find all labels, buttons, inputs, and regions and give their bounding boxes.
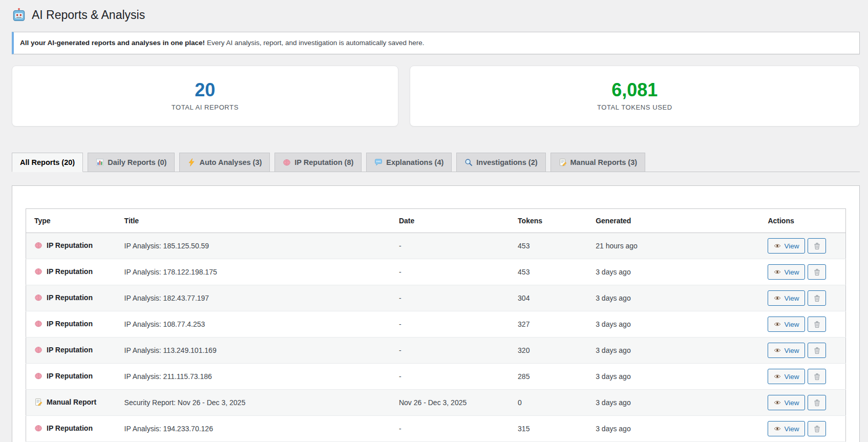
robot-icon xyxy=(12,8,26,22)
report-date: - xyxy=(391,233,510,259)
report-tokens: 453 xyxy=(510,259,587,285)
tab-label: Investigations (2) xyxy=(476,158,537,166)
trash-icon xyxy=(813,321,821,328)
report-tabs: All Reports (20)Daily Reports (0)Auto An… xyxy=(12,153,860,172)
table-row: Manual ReportSecurity Report: Nov 26 - D… xyxy=(26,390,846,416)
delete-button[interactable] xyxy=(808,369,826,384)
table-row: IP ReputationIP Analysis: 108.77.4.253-3… xyxy=(26,311,846,338)
view-button[interactable]: View xyxy=(768,395,805,410)
report-date: - xyxy=(391,259,510,285)
brain-icon xyxy=(283,158,291,166)
report-title: IP Analysis: 113.249.101.169 xyxy=(116,338,391,364)
report-date: - xyxy=(391,338,510,364)
tab-ip-reputation[interactable]: IP Reputation (8) xyxy=(274,153,362,172)
delete-button[interactable] xyxy=(808,343,826,358)
eye-icon xyxy=(774,294,781,302)
report-type-label: IP Reputation xyxy=(47,372,93,380)
view-button-label: View xyxy=(784,268,799,276)
stat-card-total-reports: 20 TOTAL AI REPORTS xyxy=(12,66,398,127)
view-button[interactable]: View xyxy=(768,238,805,254)
info-notice: All your AI-generated reports and analys… xyxy=(12,32,860,54)
report-tokens: 315 xyxy=(510,416,587,442)
stats-row: 20 TOTAL AI REPORTS 6,081 TOTAL TOKENS U… xyxy=(12,66,860,127)
tab-auto-analyses[interactable]: Auto Analyses (3) xyxy=(179,153,270,172)
report-type: IP Reputation xyxy=(34,320,93,328)
table-row: IP ReputationIP Analysis: 182.43.77.197-… xyxy=(26,285,846,311)
table-row: IP ReputationIP Analysis: 113.249.101.16… xyxy=(26,338,846,364)
report-type: IP Reputation xyxy=(34,293,93,302)
table-header-row: TypeTitleDateTokensGeneratedActions xyxy=(26,209,846,233)
view-button[interactable]: View xyxy=(768,290,805,306)
view-button[interactable]: View xyxy=(768,317,805,332)
tab-all-reports[interactable]: All Reports (20) xyxy=(12,153,83,172)
tab-explanations[interactable]: Explanations (4) xyxy=(366,153,452,172)
tab-investigations[interactable]: Investigations (2) xyxy=(456,153,545,172)
brain-icon xyxy=(34,372,43,380)
view-button-label: View xyxy=(784,242,799,250)
page-title-text: AI Reports & Analysis xyxy=(32,7,145,23)
column-header-date: Date xyxy=(391,209,510,233)
report-type-label: IP Reputation xyxy=(47,267,93,276)
column-header-title: Title xyxy=(116,209,391,233)
brain-icon xyxy=(34,293,43,302)
eye-icon xyxy=(774,321,781,328)
report-title: IP Analysis: 182.43.77.197 xyxy=(116,285,391,311)
report-type: IP Reputation xyxy=(34,241,93,249)
report-date: - xyxy=(391,311,510,338)
view-button[interactable]: View xyxy=(768,369,805,384)
delete-button[interactable] xyxy=(808,421,826,436)
report-date: Nov 26 - Dec 3, 2025 xyxy=(391,390,510,416)
report-type-label: IP Reputation xyxy=(47,320,93,328)
tab-label: Daily Reports (0) xyxy=(108,158,166,166)
report-title: IP Analysis: 108.77.4.253 xyxy=(116,311,391,338)
report-type: IP Reputation xyxy=(34,346,93,354)
report-type-label: IP Reputation xyxy=(47,424,93,432)
tab-label: IP Reputation (8) xyxy=(294,158,353,166)
delete-button[interactable] xyxy=(808,264,826,280)
reports-table: TypeTitleDateTokensGeneratedActions IP R… xyxy=(26,208,846,442)
report-generated: 3 days ago xyxy=(587,311,759,338)
row-actions: View xyxy=(768,343,826,358)
row-actions: View xyxy=(768,264,826,280)
view-button[interactable]: View xyxy=(768,421,805,436)
delete-button[interactable] xyxy=(808,395,826,410)
trash-icon xyxy=(813,268,821,276)
report-date: - xyxy=(391,416,510,442)
magnifier-icon xyxy=(464,158,473,166)
view-button-label: View xyxy=(784,294,799,302)
brain-icon xyxy=(34,424,43,432)
view-button-label: View xyxy=(784,373,799,381)
report-tokens: 320 xyxy=(510,338,587,364)
tab-daily-reports[interactable]: Daily Reports (0) xyxy=(88,153,175,172)
report-type-label: IP Reputation xyxy=(47,346,93,354)
row-actions: View xyxy=(768,369,826,384)
view-button[interactable]: View xyxy=(768,343,805,358)
report-generated: 3 days ago xyxy=(587,416,759,442)
table-row: IP ReputationIP Analysis: 211.115.73.186… xyxy=(26,364,846,390)
report-generated: 3 days ago xyxy=(587,364,759,390)
eye-icon xyxy=(774,268,781,276)
trash-icon xyxy=(813,425,821,433)
tab-manual-reports[interactable]: Manual Reports (3) xyxy=(551,153,646,172)
table-row: IP ReputationIP Analysis: 194.233.70.126… xyxy=(26,416,846,442)
delete-button[interactable] xyxy=(808,317,826,332)
total-tokens-label: TOTAL TOKENS USED xyxy=(415,103,854,111)
delete-button[interactable] xyxy=(808,238,826,254)
view-button[interactable]: View xyxy=(768,264,805,280)
brain-icon xyxy=(34,346,43,354)
trash-icon xyxy=(813,373,821,381)
memo-icon xyxy=(34,398,43,406)
lightning-icon xyxy=(187,158,196,166)
report-tokens: 0 xyxy=(510,390,587,416)
report-date: - xyxy=(391,285,510,311)
view-button-label: View xyxy=(784,321,799,328)
eye-icon xyxy=(774,425,781,432)
report-generated: 21 hours ago xyxy=(587,233,759,259)
total-reports-value: 20 xyxy=(17,79,393,101)
row-actions: View xyxy=(768,290,826,306)
notice-paragraph: All your AI-generated reports and analys… xyxy=(20,39,853,47)
delete-button[interactable] xyxy=(808,290,826,306)
row-actions: View xyxy=(768,317,826,332)
page: AI Reports & Analysis All your AI-genera… xyxy=(0,0,868,442)
report-generated: 3 days ago xyxy=(587,259,759,285)
